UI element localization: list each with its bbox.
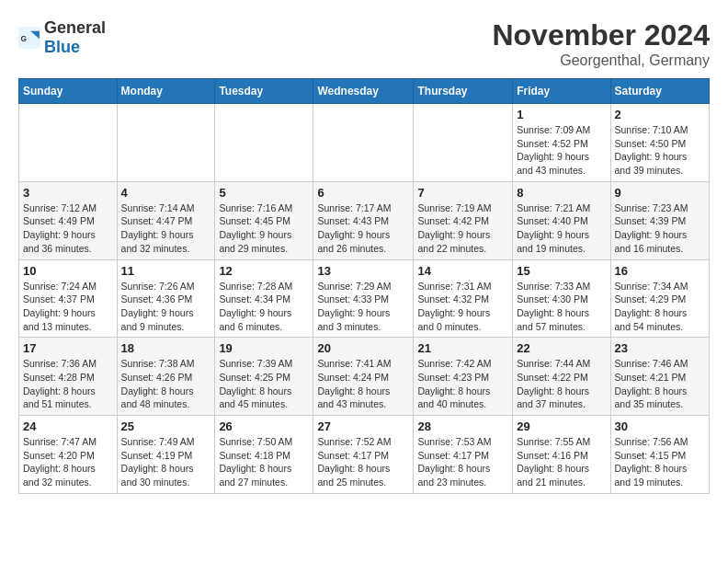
weekday-header-friday: Friday xyxy=(513,79,610,104)
calendar-cell: 21Sunrise: 7:42 AM Sunset: 4:23 PM Dayli… xyxy=(414,338,513,416)
logo-text: General Blue xyxy=(44,18,106,57)
day-info: Sunrise: 7:12 AM Sunset: 4:49 PM Dayligh… xyxy=(23,201,113,256)
day-info: Sunrise: 7:34 AM Sunset: 4:29 PM Dayligh… xyxy=(615,280,705,334)
day-info: Sunrise: 7:42 AM Sunset: 4:23 PM Dayligh… xyxy=(417,357,508,411)
week-row-3: 10Sunrise: 7:24 AM Sunset: 4:37 PM Dayli… xyxy=(19,259,710,338)
week-row-1: 1Sunrise: 7:09 AM Sunset: 4:52 PM Daylig… xyxy=(19,104,710,182)
weekday-header-row: SundayMondayTuesdayWednesdayThursdayFrid… xyxy=(19,79,710,104)
calendar-cell: 9Sunrise: 7:23 AM Sunset: 4:39 PM Daylig… xyxy=(610,181,709,259)
day-number: 26 xyxy=(219,419,309,433)
day-number: 11 xyxy=(121,264,211,278)
calendar-cell: 26Sunrise: 7:50 AM Sunset: 4:18 PM Dayli… xyxy=(215,416,313,494)
weekday-header-saturday: Saturday xyxy=(610,79,709,104)
day-info: Sunrise: 7:19 AM Sunset: 4:42 PM Dayligh… xyxy=(417,201,508,256)
calendar-cell: 14Sunrise: 7:31 AM Sunset: 4:32 PM Dayli… xyxy=(414,259,513,338)
day-number: 7 xyxy=(417,186,508,200)
calendar-cell: 28Sunrise: 7:53 AM Sunset: 4:17 PM Dayli… xyxy=(414,416,513,494)
day-info: Sunrise: 7:16 AM Sunset: 4:45 PM Dayligh… xyxy=(219,201,309,256)
calendar-cell: 29Sunrise: 7:55 AM Sunset: 4:16 PM Dayli… xyxy=(513,416,610,494)
day-number: 24 xyxy=(23,419,113,433)
day-number: 12 xyxy=(219,264,309,278)
day-info: Sunrise: 7:33 AM Sunset: 4:30 PM Dayligh… xyxy=(517,280,606,334)
calendar-cell xyxy=(117,104,215,182)
day-number: 14 xyxy=(417,264,508,278)
day-info: Sunrise: 7:47 AM Sunset: 4:20 PM Dayligh… xyxy=(23,435,113,489)
day-number: 21 xyxy=(417,341,508,355)
day-number: 9 xyxy=(615,186,705,200)
calendar-cell: 12Sunrise: 7:28 AM Sunset: 4:34 PM Dayli… xyxy=(215,259,313,338)
day-number: 23 xyxy=(615,341,705,355)
day-number: 29 xyxy=(517,419,606,433)
svg-text:G: G xyxy=(20,34,27,43)
location-title: Georgenthal, Germany xyxy=(492,52,710,69)
day-info: Sunrise: 7:29 AM Sunset: 4:33 PM Dayligh… xyxy=(317,280,409,334)
calendar-cell: 8Sunrise: 7:21 AM Sunset: 4:40 PM Daylig… xyxy=(513,181,610,259)
day-info: Sunrise: 7:49 AM Sunset: 4:19 PM Dayligh… xyxy=(121,435,211,489)
day-number: 13 xyxy=(317,264,409,278)
calendar-cell: 17Sunrise: 7:36 AM Sunset: 4:28 PM Dayli… xyxy=(19,338,118,416)
weekday-header-wednesday: Wednesday xyxy=(313,79,414,104)
day-info: Sunrise: 7:53 AM Sunset: 4:17 PM Dayligh… xyxy=(417,435,508,489)
day-number: 6 xyxy=(317,186,409,200)
week-row-2: 3Sunrise: 7:12 AM Sunset: 4:49 PM Daylig… xyxy=(19,181,710,259)
week-row-4: 17Sunrise: 7:36 AM Sunset: 4:28 PM Dayli… xyxy=(19,338,710,416)
page-header: G General Blue November 2024 Georgenthal… xyxy=(18,18,710,69)
calendar-cell: 23Sunrise: 7:46 AM Sunset: 4:21 PM Dayli… xyxy=(610,338,709,416)
logo: G General Blue xyxy=(18,18,106,57)
day-number: 15 xyxy=(517,264,606,278)
day-info: Sunrise: 7:44 AM Sunset: 4:22 PM Dayligh… xyxy=(517,357,606,411)
day-info: Sunrise: 7:41 AM Sunset: 4:24 PM Dayligh… xyxy=(317,357,409,411)
calendar-cell xyxy=(215,104,313,182)
day-number: 28 xyxy=(417,419,508,433)
day-info: Sunrise: 7:17 AM Sunset: 4:43 PM Dayligh… xyxy=(317,201,409,256)
day-number: 8 xyxy=(517,186,606,200)
weekday-header-thursday: Thursday xyxy=(414,79,513,104)
calendar-cell: 7Sunrise: 7:19 AM Sunset: 4:42 PM Daylig… xyxy=(414,181,513,259)
day-info: Sunrise: 7:46 AM Sunset: 4:21 PM Dayligh… xyxy=(615,357,705,411)
weekday-header-monday: Monday xyxy=(117,79,215,104)
day-info: Sunrise: 7:09 AM Sunset: 4:52 PM Dayligh… xyxy=(517,123,606,178)
day-number: 5 xyxy=(219,186,309,200)
day-number: 10 xyxy=(23,264,113,278)
calendar-cell: 20Sunrise: 7:41 AM Sunset: 4:24 PM Dayli… xyxy=(313,338,414,416)
day-info: Sunrise: 7:28 AM Sunset: 4:34 PM Dayligh… xyxy=(219,280,309,334)
day-info: Sunrise: 7:55 AM Sunset: 4:16 PM Dayligh… xyxy=(517,435,606,489)
day-info: Sunrise: 7:39 AM Sunset: 4:25 PM Dayligh… xyxy=(219,357,309,411)
calendar-cell: 2Sunrise: 7:10 AM Sunset: 4:50 PM Daylig… xyxy=(610,104,709,182)
logo-icon: G xyxy=(18,27,40,49)
calendar-cell: 13Sunrise: 7:29 AM Sunset: 4:33 PM Dayli… xyxy=(313,259,414,338)
logo-general: General xyxy=(44,18,106,37)
day-info: Sunrise: 7:38 AM Sunset: 4:26 PM Dayligh… xyxy=(121,357,211,411)
day-info: Sunrise: 7:23 AM Sunset: 4:39 PM Dayligh… xyxy=(615,201,705,256)
day-info: Sunrise: 7:24 AM Sunset: 4:37 PM Dayligh… xyxy=(23,280,113,334)
day-info: Sunrise: 7:50 AM Sunset: 4:18 PM Dayligh… xyxy=(219,435,309,489)
calendar-cell: 5Sunrise: 7:16 AM Sunset: 4:45 PM Daylig… xyxy=(215,181,313,259)
title-block: November 2024 Georgenthal, Germany xyxy=(492,18,710,69)
logo-blue: Blue xyxy=(44,38,80,56)
day-number: 25 xyxy=(121,419,211,433)
day-number: 4 xyxy=(121,186,211,200)
calendar-cell: 1Sunrise: 7:09 AM Sunset: 4:52 PM Daylig… xyxy=(513,104,610,182)
day-number: 17 xyxy=(23,341,113,355)
day-number: 30 xyxy=(615,419,705,433)
weekday-header-tuesday: Tuesday xyxy=(215,79,313,104)
calendar-table: SundayMondayTuesdayWednesdayThursdayFrid… xyxy=(18,78,710,494)
calendar-cell: 10Sunrise: 7:24 AM Sunset: 4:37 PM Dayli… xyxy=(19,259,118,338)
day-number: 18 xyxy=(121,341,211,355)
day-info: Sunrise: 7:56 AM Sunset: 4:15 PM Dayligh… xyxy=(615,435,705,489)
day-number: 2 xyxy=(615,108,705,121)
calendar-cell: 22Sunrise: 7:44 AM Sunset: 4:22 PM Dayli… xyxy=(513,338,610,416)
calendar-cell: 15Sunrise: 7:33 AM Sunset: 4:30 PM Dayli… xyxy=(513,259,610,338)
calendar-cell: 3Sunrise: 7:12 AM Sunset: 4:49 PM Daylig… xyxy=(19,181,118,259)
day-number: 22 xyxy=(517,341,606,355)
calendar-cell: 24Sunrise: 7:47 AM Sunset: 4:20 PM Dayli… xyxy=(19,416,118,494)
calendar-cell: 18Sunrise: 7:38 AM Sunset: 4:26 PM Dayli… xyxy=(117,338,215,416)
calendar-cell: 27Sunrise: 7:52 AM Sunset: 4:17 PM Dayli… xyxy=(313,416,414,494)
day-number: 19 xyxy=(219,341,309,355)
day-number: 27 xyxy=(317,419,409,433)
day-number: 1 xyxy=(517,108,606,121)
day-number: 16 xyxy=(615,264,705,278)
calendar-cell xyxy=(313,104,414,182)
calendar-cell: 6Sunrise: 7:17 AM Sunset: 4:43 PM Daylig… xyxy=(313,181,414,259)
calendar-cell xyxy=(19,104,118,182)
